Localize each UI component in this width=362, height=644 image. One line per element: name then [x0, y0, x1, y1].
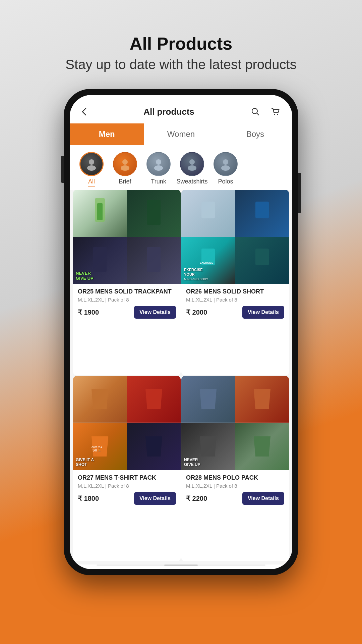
- product-or27-name: OR27 MENS T-SHIRT PACK: [78, 474, 176, 482]
- product-or28-meta: M,L,XL,2XL | Pack of 8: [186, 483, 284, 489]
- category-list: All Brief Trunk Sweatshirts: [70, 145, 292, 190]
- product-or25-name: OR25 MENS SOLID TRACKPANT: [78, 288, 176, 296]
- product-or26-img4: [235, 237, 289, 284]
- category-sweatshirts-icon: [180, 152, 204, 176]
- product-or26-img1: [181, 190, 235, 237]
- product-or28-name: OR28 MENS POLO PACK: [186, 474, 284, 482]
- svg-point-6: [121, 165, 129, 171]
- svg-point-10: [188, 165, 196, 171]
- svg-point-2: [277, 114, 278, 115]
- gender-tabs: Men Women Boys: [70, 123, 292, 145]
- category-brief-icon: [113, 152, 137, 176]
- category-polos-icon: [214, 152, 238, 176]
- svg-rect-17: [147, 247, 161, 272]
- category-polos[interactable]: Polos: [209, 152, 242, 186]
- product-or27-img4: [127, 423, 181, 470]
- svg-point-4: [87, 165, 96, 171]
- category-brief-label: Brief: [119, 178, 131, 185]
- tab-men[interactable]: Men: [70, 123, 144, 145]
- category-trunk[interactable]: Trunk: [142, 152, 175, 186]
- product-or27-price: ₹ 1800: [78, 494, 99, 502]
- svg-rect-15: [147, 200, 161, 225]
- product-or25-footer: ₹ 1900 View Details: [78, 306, 176, 319]
- product-or28-view-details[interactable]: View Details: [242, 492, 284, 505]
- phone-frame: All products Men: [64, 89, 298, 575]
- category-sweatshirts-label: Sweatshirts: [176, 178, 207, 185]
- category-brief[interactable]: Brief: [108, 152, 142, 186]
- page-subtitle: Stay up to date with the latest products: [65, 57, 296, 72]
- product-or27-overlay: GIVE IT ASHOT: [76, 458, 94, 467]
- product-grid: NEVERGIVE UP OR25 MENS SOLID TRACKPANT M…: [70, 190, 292, 565]
- svg-point-7: [156, 159, 161, 165]
- product-or26-view-details[interactable]: View Details: [242, 306, 284, 319]
- product-or27-info: OR27 MENS T-SHIRT PACK M,L,XL,2XL | Pack…: [73, 470, 181, 509]
- svg-point-11: [223, 159, 228, 165]
- page-header: All Products Stay up to date with the la…: [65, 34, 296, 72]
- svg-rect-14: [97, 203, 103, 220]
- product-or28-image: NEVERGIVE UP: [181, 376, 289, 470]
- page-title: All Products: [65, 34, 296, 54]
- product-or26-price: ₹ 2000: [186, 308, 207, 316]
- svg-marker-28: [145, 436, 162, 457]
- product-or28-img2: [235, 376, 289, 423]
- product-card-or26: EXERCISE EXERCISEYOURMIND AND BODY OR26 …: [181, 190, 289, 375]
- category-sweatshirts[interactable]: Sweatshirts: [175, 152, 209, 186]
- svg-text:GIVE IT A: GIVE IT A: [92, 446, 102, 448]
- svg-marker-23: [92, 389, 108, 409]
- product-or27-img1: [73, 376, 127, 423]
- product-or27-view-details[interactable]: View Details: [134, 492, 176, 505]
- search-button[interactable]: [249, 105, 262, 118]
- app-header-title: All products: [143, 107, 194, 117]
- product-or26-img2: [235, 190, 289, 237]
- svg-text:EXERCISE: EXERCISE: [200, 261, 214, 264]
- header-icons: [249, 105, 282, 118]
- product-or26-overlay: EXERCISEYOURMIND AND BODY: [184, 268, 208, 281]
- product-or26-footer: ₹ 2000 View Details: [186, 306, 284, 319]
- svg-marker-30: [254, 389, 270, 409]
- app-header: All products: [70, 95, 292, 123]
- product-or28-img4: [235, 423, 289, 470]
- product-or25-overlay: NEVERGIVE UP: [76, 271, 94, 281]
- category-trunk-label: Trunk: [151, 178, 166, 185]
- product-or27-image: GIVE IT ASH🏃 GIVE IT ASHOT: [73, 376, 181, 470]
- product-or25-price: ₹ 1900: [78, 308, 99, 316]
- svg-point-3: [89, 159, 94, 165]
- product-or26-info: OR26 MENS SOLID SHORT M,L,XL,2XL | Pack …: [181, 284, 289, 323]
- product-or28-price: ₹ 2200: [186, 494, 207, 502]
- product-or27-img2: [127, 376, 181, 423]
- tab-women[interactable]: Women: [144, 123, 218, 145]
- product-card-or28: NEVERGIVE UP OR28 MENS POLO PACK M,L,XL,…: [181, 376, 289, 561]
- category-trunk-icon: [146, 152, 171, 176]
- product-or26-meta: M,L,XL,2XL | Pack of 8: [186, 297, 284, 303]
- svg-marker-32: [254, 436, 270, 457]
- phone-screen: All products Men: [70, 95, 292, 569]
- product-or25-img2: [127, 190, 181, 237]
- product-card-or25: NEVERGIVE UP OR25 MENS SOLID TRACKPANT M…: [73, 190, 181, 375]
- product-or25-img1: [73, 190, 127, 237]
- back-button[interactable]: [80, 107, 89, 116]
- svg-rect-19: [255, 202, 269, 218]
- category-all-label: All: [88, 178, 95, 186]
- product-or25-img4: [127, 237, 181, 284]
- svg-marker-31: [200, 436, 217, 457]
- product-or26-image: EXERCISE EXERCISEYOURMIND AND BODY: [181, 190, 289, 284]
- product-or28-img1: [181, 376, 235, 423]
- product-or25-meta: M,L,XL,2XL | Pack of 8: [78, 297, 176, 303]
- cart-button[interactable]: [269, 105, 282, 118]
- product-or27-meta: M,L,XL,2XL | Pack of 8: [78, 483, 176, 489]
- svg-point-5: [122, 159, 128, 165]
- svg-point-12: [221, 165, 230, 171]
- svg-point-8: [154, 165, 163, 171]
- product-or28-overlay: NEVERGIVE UP: [184, 458, 200, 467]
- svg-marker-29: [200, 389, 217, 409]
- product-card-or27: GIVE IT ASH🏃 GIVE IT ASHOT OR27 MENS T-S…: [73, 376, 181, 561]
- category-all-icon: [79, 152, 104, 176]
- svg-rect-16: [93, 247, 107, 272]
- svg-rect-18: [201, 202, 215, 218]
- product-or25-info: OR25 MENS SOLID TRACKPANT M,L,XL,2XL | P…: [73, 284, 181, 323]
- product-or25-view-details[interactable]: View Details: [134, 306, 176, 319]
- scroll-thumb: [164, 565, 198, 566]
- product-or28-footer: ₹ 2200 View Details: [186, 492, 284, 505]
- tab-boys[interactable]: Boys: [218, 123, 292, 145]
- category-all[interactable]: All: [75, 152, 108, 186]
